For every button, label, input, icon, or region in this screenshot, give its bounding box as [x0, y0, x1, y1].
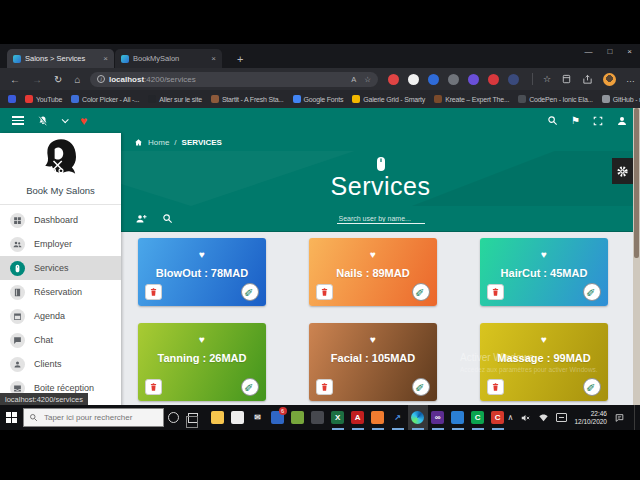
globe-extension-icon[interactable]: [428, 74, 439, 85]
adblock-extension-icon[interactable]: [388, 74, 399, 85]
file-explorer-icon[interactable]: [208, 405, 228, 430]
action-center-icon[interactable]: [614, 413, 625, 423]
edge-icon[interactable]: [408, 405, 428, 430]
notifications-off-icon[interactable]: [37, 115, 49, 127]
flag-icon[interactable]: ⚑: [571, 116, 580, 126]
menu-icon[interactable]: [12, 116, 24, 125]
search-user-icon[interactable]: [162, 213, 173, 224]
new-tab-button[interactable]: +: [237, 54, 243, 65]
home-breadcrumb-icon[interactable]: [134, 138, 143, 147]
favorite-heart-icon[interactable]: ♥: [541, 335, 547, 345]
add-user-icon[interactable]: [135, 213, 148, 225]
adblock-plus-extension-icon[interactable]: [488, 74, 499, 85]
favorite-heart-icon[interactable]: ♥: [370, 335, 376, 345]
sidebar-item-clients[interactable]: Clients: [0, 352, 121, 376]
start-button[interactable]: [0, 405, 23, 430]
store-icon[interactable]: [228, 405, 248, 430]
sidebar-item-r-servation[interactable]: Réservation: [0, 280, 121, 304]
collections-icon[interactable]: [561, 74, 572, 85]
edit-service-button[interactable]: ✎: [583, 283, 601, 301]
read-aloud-icon[interactable]: A: [351, 75, 356, 84]
more-menu-icon[interactable]: …: [626, 74, 635, 84]
keyboard-language-icon[interactable]: [556, 413, 567, 422]
address-bar[interactable]: i localhost:4200/services A ☆: [90, 72, 378, 87]
favorite-heart-icon[interactable]: ♥: [370, 250, 376, 260]
recorder-icon[interactable]: C: [488, 405, 508, 430]
bookmark-item[interactable]: Aller sur le site: [148, 95, 202, 103]
close-button[interactable]: ×: [627, 47, 632, 56]
service-card[interactable]: ♥ Nails : 89MAD ✎: [309, 238, 437, 306]
tray-expand-icon[interactable]: ∧: [508, 413, 514, 422]
service-card[interactable]: ♥ BlowOut : 78MAD ✎: [138, 238, 266, 306]
search-icon[interactable]: [547, 115, 558, 126]
tab-close-icon[interactable]: ×: [211, 54, 216, 63]
taskbar-clock[interactable]: 22:46 12/10/2020: [574, 410, 607, 426]
tab-close-icon[interactable]: ×: [103, 54, 108, 63]
search-user-input[interactable]: [337, 214, 425, 224]
task-view-button[interactable]: [183, 405, 202, 430]
account-icon[interactable]: [616, 115, 628, 127]
back-icon[interactable]: ←: [10, 74, 20, 85]
bookmark-item[interactable]: Startit - A Fresh Sta...: [211, 95, 284, 103]
favorites-bar-icon[interactable]: ☆: [543, 74, 551, 84]
service-card[interactable]: ♥ Facial : 105MAD ✎: [309, 323, 437, 401]
acrobat-icon[interactable]: A: [348, 405, 368, 430]
minimize-button[interactable]: —: [584, 47, 592, 56]
bookmark-item[interactable]: Kreate – Expert The...: [434, 95, 509, 103]
taskbar-search[interactable]: [23, 408, 164, 427]
favorite-star-icon[interactable]: ☆: [364, 75, 371, 84]
reload-icon[interactable]: ↻: [54, 74, 62, 85]
service-card[interactable]: ♥ Massage : 99MAD ✎: [480, 323, 608, 401]
camera-extension-icon[interactable]: [448, 74, 459, 85]
forward-icon[interactable]: →: [32, 74, 42, 85]
excel-icon[interactable]: X: [328, 405, 348, 430]
bookmark-item[interactable]: Galerie Grid - Smarty: [352, 95, 425, 103]
browser-tab[interactable]: Salons > Services ×: [7, 49, 114, 68]
sidebar-item-employer[interactable]: Employer: [0, 232, 121, 256]
bookmark-item[interactable]: Google Fonts: [293, 95, 344, 103]
delete-service-button[interactable]: [316, 284, 333, 300]
edit-service-button[interactable]: ✎: [412, 283, 430, 301]
arrow-app-icon[interactable]: ↗: [388, 405, 408, 430]
bookmark-item[interactable]: [8, 95, 16, 103]
xampp-icon[interactable]: [368, 405, 388, 430]
profile-avatar[interactable]: [603, 73, 616, 86]
delete-service-button[interactable]: [487, 379, 504, 395]
edit-service-button[interactable]: ✎: [412, 378, 430, 396]
theme-settings-button[interactable]: [612, 158, 633, 184]
cortana-button[interactable]: [164, 405, 183, 430]
camtasia-icon[interactable]: C: [468, 405, 488, 430]
favorite-heart-icon[interactable]: ♥: [199, 335, 205, 345]
browser-tab[interactable]: BookMySalon ×: [115, 49, 222, 68]
breadcrumb-home[interactable]: Home: [148, 138, 169, 147]
bookmark-item[interactable]: YouTube: [25, 95, 62, 103]
taskbar-search-input[interactable]: [42, 412, 158, 423]
fullscreen-icon[interactable]: [593, 116, 603, 126]
volume-muted-icon[interactable]: [520, 413, 531, 423]
bookmark-item[interactable]: GitHub - moemoe8...: [602, 95, 640, 103]
delete-service-button[interactable]: [316, 379, 333, 395]
edit-service-button[interactable]: ✎: [241, 378, 259, 396]
edit-service-button[interactable]: ✎: [583, 378, 601, 396]
navy-extension-icon[interactable]: [508, 74, 519, 85]
favorite-heart-icon[interactable]: ♥: [199, 250, 205, 260]
app-green-icon[interactable]: [288, 405, 308, 430]
chat-extension-icon[interactable]: [408, 74, 419, 85]
sidebar-item-services[interactable]: Services: [0, 256, 121, 280]
favorite-heart-icon[interactable]: ♥: [541, 250, 547, 260]
bookmark-item[interactable]: Color Picker - All -...: [71, 95, 139, 103]
purple-extension-icon[interactable]: [468, 74, 479, 85]
bookmark-item[interactable]: CodePen - Ionic Ela...: [518, 95, 593, 103]
delete-service-button[interactable]: [145, 284, 162, 300]
app-blue-icon[interactable]: [448, 405, 468, 430]
service-card[interactable]: ♥ HairCut : 45MAD ✎: [480, 238, 608, 306]
chevron-down-icon[interactable]: [62, 116, 69, 123]
maximize-button[interactable]: □: [607, 47, 612, 56]
share-icon[interactable]: [582, 74, 593, 85]
sidebar-item-agenda[interactable]: Agenda: [0, 304, 121, 328]
site-info-icon[interactable]: i: [97, 75, 105, 83]
app-dark-icon[interactable]: [308, 405, 328, 430]
network-icon[interactable]: [538, 413, 549, 423]
edit-service-button[interactable]: ✎: [241, 283, 259, 301]
sidebar-item-dashboard[interactable]: Dashboard: [0, 208, 121, 232]
